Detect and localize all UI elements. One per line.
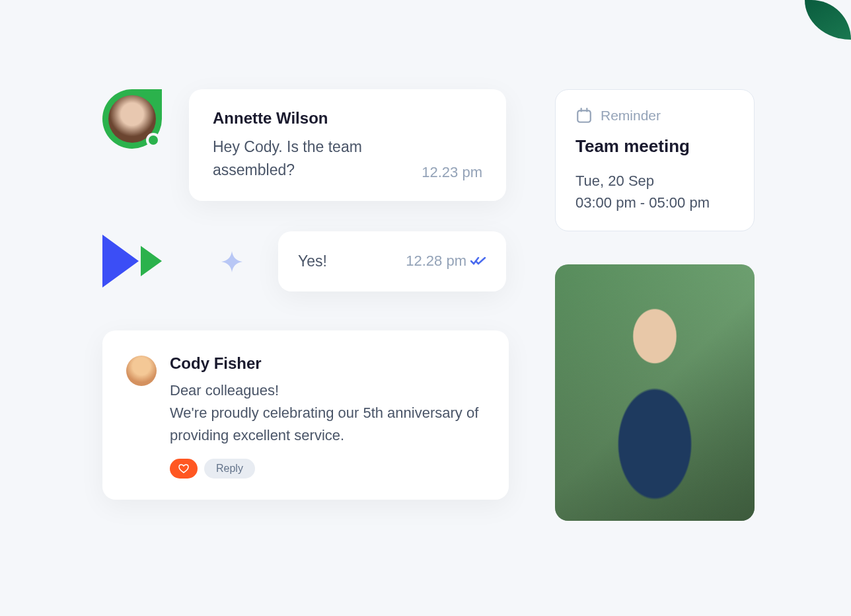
corner-decoration bbox=[805, 0, 851, 40]
avatar-annette[interactable] bbox=[102, 89, 162, 149]
sparkle-icon bbox=[221, 251, 242, 275]
chat-timestamp: 12.23 pm bbox=[422, 164, 482, 181]
post-author-name: Cody Fisher bbox=[170, 354, 485, 373]
calendar-icon bbox=[575, 107, 593, 124]
reminder-time: 03:00 pm - 05:00 pm bbox=[575, 192, 734, 213]
chat-reply-text: Yes! bbox=[298, 250, 327, 273]
chat-message-text: Hey Cody. Is the team assembled? bbox=[213, 135, 408, 181]
chat-message-reply[interactable]: Yes! 12.28 pm bbox=[278, 231, 506, 291]
avatar-bg-shape bbox=[102, 89, 162, 149]
reminder-date: Tue, 20 Sep bbox=[575, 170, 734, 192]
svg-rect-0 bbox=[577, 110, 591, 122]
speaker-image bbox=[555, 264, 755, 521]
chat-sender-name: Annette Wilson bbox=[213, 109, 482, 128]
image-card[interactable] bbox=[555, 264, 755, 521]
chat-message-annette[interactable]: Annette Wilson Hey Cody. Is the team ass… bbox=[189, 89, 506, 201]
heart-icon bbox=[178, 464, 189, 473]
reminder-title: Team meeting bbox=[575, 136, 734, 157]
like-button[interactable] bbox=[170, 459, 198, 479]
reminder-label: Reminder bbox=[601, 108, 661, 124]
chat-reply-timestamp: 12.28 pm bbox=[406, 252, 466, 270]
double-check-icon bbox=[470, 256, 486, 266]
arrows-decoration-icon bbox=[102, 235, 172, 288]
post-text: Dear colleagues! We're proudly celebrati… bbox=[170, 379, 485, 447]
reply-button[interactable]: Reply bbox=[204, 459, 255, 479]
reminder-card[interactable]: Reminder Team meeting Tue, 20 Sep 03:00 … bbox=[555, 89, 755, 231]
post-card[interactable]: Cody Fisher Dear colleagues! We're proud… bbox=[102, 330, 509, 500]
avatar-cody[interactable] bbox=[126, 356, 157, 386]
status-online-indicator bbox=[146, 133, 161, 147]
